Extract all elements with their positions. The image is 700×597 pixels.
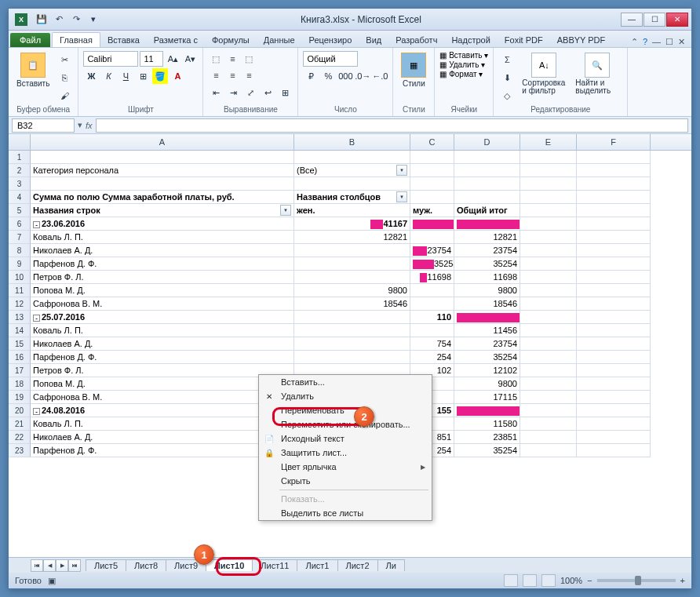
cell[interactable]: Названия столбцов▼ xyxy=(294,191,410,204)
cell[interactable]: 754 xyxy=(410,337,454,351)
align-middle-icon[interactable]: ≡ xyxy=(224,51,240,67)
cell[interactable] xyxy=(410,177,454,191)
tab-abbyy[interactable]: ABBYY PDF xyxy=(550,33,613,47)
cell[interactable]: 11580 xyxy=(454,417,520,431)
cell[interactable] xyxy=(520,177,577,191)
cell[interactable]: 109970 xyxy=(454,404,520,417)
wrap-text-icon[interactable]: ↩ xyxy=(260,85,275,100)
cell[interactable] xyxy=(520,431,577,444)
menu-item-переместить-или-скопировать-[interactable]: Переместить или скопировать... xyxy=(259,417,432,431)
cell[interactable] xyxy=(31,177,294,191)
sort-filter-button[interactable]: A↓ Сортировка и фильтр xyxy=(519,51,569,96)
cell[interactable] xyxy=(577,417,651,431)
cell[interactable] xyxy=(520,204,577,217)
cell[interactable] xyxy=(520,444,577,457)
align-center-icon[interactable]: ≡ xyxy=(224,67,240,83)
cell[interactable]: Николаев А. Д. xyxy=(31,431,294,444)
cell[interactable] xyxy=(294,151,410,164)
percent-icon[interactable]: % xyxy=(320,68,336,84)
cell[interactable]: 23754 xyxy=(454,244,520,257)
cell[interactable] xyxy=(454,151,520,164)
cell[interactable] xyxy=(294,244,410,257)
row-header[interactable]: 22 xyxy=(9,431,31,444)
tab-formulas[interactable]: Формулы xyxy=(205,33,257,47)
comma-icon[interactable]: 000 xyxy=(337,68,353,84)
cell[interactable] xyxy=(577,324,651,337)
row-header[interactable]: 2 xyxy=(9,164,31,177)
row-header[interactable]: 13 xyxy=(9,311,31,324)
cell[interactable]: муж. xyxy=(410,204,454,217)
cell[interactable]: Парфенов Д. Ф. xyxy=(31,444,294,457)
menu-item-цвет-ярлычка[interactable]: Цвет ярлычка▶ xyxy=(259,460,432,474)
cell[interactable] xyxy=(294,271,410,284)
cell[interactable] xyxy=(520,311,577,324)
increase-font-icon[interactable]: A▴ xyxy=(165,51,180,67)
cell[interactable] xyxy=(577,297,651,311)
cell[interactable] xyxy=(454,177,520,191)
undo-icon[interactable]: ↶ xyxy=(51,12,67,27)
cell[interactable]: 12821 xyxy=(454,231,520,244)
cell[interactable] xyxy=(577,164,651,177)
doc-max-icon[interactable]: ☐ xyxy=(665,37,673,47)
collapse-icon[interactable]: - xyxy=(33,221,40,228)
cell[interactable] xyxy=(520,297,577,311)
redo-icon[interactable]: ↷ xyxy=(68,12,84,27)
cell[interactable]: Сафронова В. М. xyxy=(31,297,294,311)
cell[interactable] xyxy=(520,271,577,284)
tab-foxit[interactable]: Foxit PDF xyxy=(498,33,550,47)
cell[interactable] xyxy=(577,431,651,444)
cell[interactable] xyxy=(577,217,651,231)
name-box-dropdown-icon[interactable]: ▾ xyxy=(78,120,82,130)
cell[interactable] xyxy=(577,391,651,404)
format-painter-icon[interactable]: 🖌 xyxy=(56,87,73,104)
sheet-nav-prev-icon[interactable]: ◀ xyxy=(43,559,56,572)
cell[interactable]: 70706 xyxy=(410,217,454,231)
copy-icon[interactable]: ⎘ xyxy=(56,69,73,86)
sheet-tab[interactable]: Лист8 xyxy=(126,559,166,571)
cell[interactable]: Категория персонала xyxy=(31,164,294,177)
menu-item-защитить-лист-[interactable]: 🔒Защитить лист... xyxy=(259,446,432,460)
cell[interactable]: 110 xyxy=(410,311,454,324)
sheet-nav-next-icon[interactable]: ▶ xyxy=(56,559,68,572)
decrease-font-icon[interactable]: A▾ xyxy=(182,51,198,67)
cell[interactable] xyxy=(577,204,651,217)
cell[interactable] xyxy=(577,337,651,351)
tab-view[interactable]: Вид xyxy=(359,33,388,47)
row-header[interactable]: 11 xyxy=(9,284,31,297)
menu-item-удалить[interactable]: ✕Удалить xyxy=(259,389,432,403)
row-header[interactable]: 4 xyxy=(9,191,31,204)
align-right-icon[interactable]: ≡ xyxy=(241,67,257,83)
cell[interactable] xyxy=(294,177,410,191)
cell[interactable] xyxy=(520,391,577,404)
font-color-icon[interactable]: A xyxy=(170,68,185,84)
underline-button[interactable]: Ч xyxy=(118,68,133,84)
cell[interactable]: (Все)▼ xyxy=(294,164,410,177)
cell[interactable]: 11698 xyxy=(410,271,454,284)
cell[interactable] xyxy=(577,151,651,164)
name-box[interactable] xyxy=(12,118,75,133)
cell[interactable]: 35254 xyxy=(410,257,454,271)
doc-close-icon[interactable]: ✕ xyxy=(678,37,685,47)
cell[interactable]: Сумма по полю Сумма заработной платы, ру… xyxy=(31,191,294,204)
cell[interactable] xyxy=(520,217,577,231)
row-header[interactable]: 20 xyxy=(9,404,31,417)
menu-item-исходный-текст[interactable]: 📄Исходный текст xyxy=(259,431,432,446)
normal-view-icon[interactable] xyxy=(504,574,518,587)
cell[interactable]: Попова М. Д. xyxy=(31,377,294,391)
sheet-tab[interactable]: Лист1 xyxy=(297,559,337,571)
zoom-in-icon[interactable]: + xyxy=(680,576,685,585)
cell[interactable]: 23754 xyxy=(410,244,454,257)
cell[interactable] xyxy=(454,191,520,204)
font-name-select[interactable] xyxy=(83,51,138,67)
cell[interactable] xyxy=(577,191,651,204)
cell[interactable] xyxy=(410,284,454,297)
tab-home[interactable]: Главная xyxy=(52,32,100,47)
tab-insert[interactable]: Вставка xyxy=(100,33,147,47)
cell[interactable] xyxy=(577,244,651,257)
merge-icon[interactable]: ⊞ xyxy=(277,85,293,100)
doc-min-icon[interactable]: — xyxy=(652,37,661,47)
cell[interactable]: 18546 xyxy=(454,297,520,311)
cell[interactable]: -24.08.2016 xyxy=(31,404,294,417)
cell[interactable]: Коваль Л. П. xyxy=(31,231,294,244)
cell[interactable]: 41167 xyxy=(294,217,410,231)
